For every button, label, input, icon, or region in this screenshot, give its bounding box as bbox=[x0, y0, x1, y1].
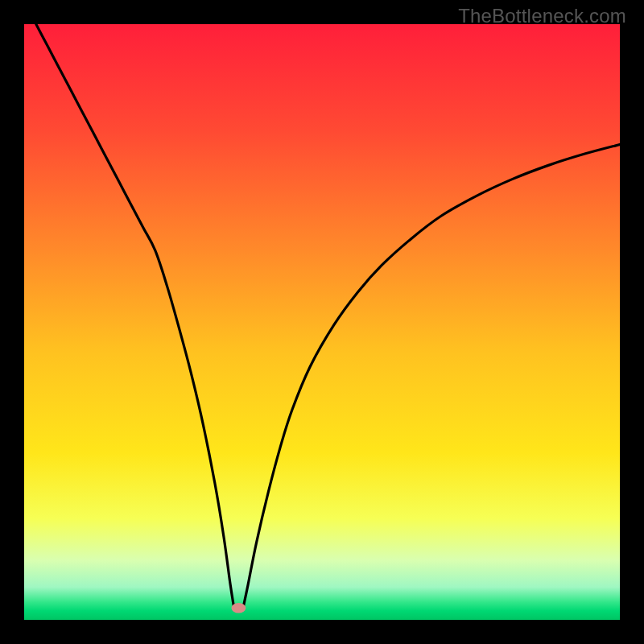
bottleneck-chart bbox=[24, 24, 620, 620]
optimum-marker bbox=[232, 603, 246, 613]
chart-frame bbox=[24, 24, 620, 620]
gradient-background bbox=[24, 24, 620, 620]
